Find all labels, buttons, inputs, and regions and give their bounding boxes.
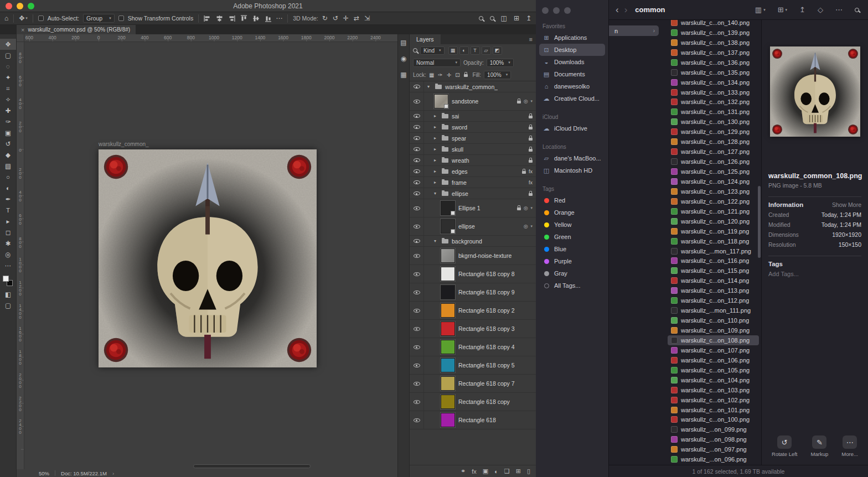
file-row[interactable]: warskullz_c...on_112.png: [668, 295, 759, 305]
layer-group-row[interactable]: ▸spear: [410, 133, 536, 144]
filter-type-layers-icon[interactable]: T: [471, 46, 480, 55]
file-row[interactable]: warskullz_c...on_124.png: [668, 177, 759, 186]
layer-row[interactable]: Ellipse 1◎▾: [410, 199, 536, 217]
layer-visibility-toggle[interactable]: [410, 199, 424, 217]
layer-visibility-toggle[interactable]: [410, 188, 424, 199]
3d-pan-icon[interactable]: ✛: [343, 14, 349, 22]
layer-row[interactable]: Rectangle 618 copy 8: [410, 265, 536, 283]
view-columns-icon[interactable]: ▥▾: [755, 6, 766, 14]
sidebar-item-purple[interactable]: Purple: [539, 255, 605, 267]
file-row[interactable]: warskullz_c...on_139.png: [668, 28, 759, 38]
dodge-tool[interactable]: ◐: [0, 183, 16, 194]
eyedropper-tool[interactable]: ✧: [0, 94, 16, 105]
file-row[interactable]: warskullz_c...on_129.png: [668, 127, 759, 137]
layer-visibility-toggle[interactable]: [410, 411, 424, 429]
align-left-icon[interactable]: [204, 15, 211, 22]
sidebar-item-desktop[interactable]: ⊡Desktop: [539, 44, 605, 56]
layer-row[interactable]: bkgrnd-noise-texture: [410, 247, 536, 265]
blur-tool[interactable]: ○: [0, 172, 16, 183]
layer-row[interactable]: Rectangle 618 copy 5: [410, 356, 536, 375]
layer-visibility-toggle[interactable]: [410, 92, 424, 110]
color-panel-icon[interactable]: ◉: [401, 55, 406, 63]
layer-visibility-toggle[interactable]: [410, 81, 424, 92]
file-row[interactable]: warskullz_c...on_140.png: [668, 20, 759, 28]
sidebar-item-red[interactable]: Red: [539, 194, 605, 206]
show-transform-checkbox[interactable]: [118, 15, 124, 21]
file-row[interactable]: warskullz_c...on_128.png: [668, 137, 759, 147]
sidebar-item-blue[interactable]: Blue: [539, 243, 605, 255]
new-adjustment-layer-icon[interactable]: ◐: [494, 468, 498, 475]
layer-group-row[interactable]: ▾ellipse: [410, 188, 536, 199]
sidebar-item-yellow[interactable]: Yellow: [539, 219, 605, 231]
layer-row[interactable]: Rectangle 618 copy 3: [410, 320, 536, 338]
search-icon[interactable]: [855, 8, 859, 12]
discover-search-icon[interactable]: [479, 16, 483, 20]
more-actions-icon[interactable]: ⋯: [835, 6, 843, 14]
file-row[interactable]: warskullz_c...on_130.png: [668, 117, 759, 127]
sidebar-item-macintosh-hd[interactable]: ◫Macintosh HD: [539, 164, 605, 177]
panel-menu-icon[interactable]: ≡: [529, 36, 533, 43]
rotate-left-button[interactable]: ↺Rotate Left: [772, 435, 797, 457]
more-button[interactable]: ⋯More...: [841, 435, 858, 457]
file-row[interactable]: warskullz_c...on_138.png: [668, 38, 759, 48]
file-row[interactable]: warskullz_c...on_136.png: [668, 58, 759, 68]
add-tags-field[interactable]: Add Tags...: [768, 271, 861, 277]
share-document-icon[interactable]: ↥: [526, 14, 531, 22]
file-row[interactable]: warskullz_...mon_117.png: [668, 246, 759, 256]
quick-mask-icon[interactable]: ◧: [0, 289, 16, 300]
sidebar-item-all-tags[interactable]: All Tags...: [539, 279, 605, 292]
layer-row[interactable]: Rectangle 618 copy 4: [410, 338, 536, 356]
file-row[interactable]: warskullz_...on_096.png: [668, 454, 759, 464]
layer-visibility-toggle[interactable]: [410, 166, 424, 177]
file-row[interactable]: warskullz_c...on_121.png: [668, 206, 759, 216]
type-tool[interactable]: T: [0, 205, 16, 216]
libraries-panel-icon[interactable]: ▤: [400, 39, 406, 46]
zoom-tool[interactable]: ◎: [0, 249, 16, 260]
layer-effects-icon[interactable]: fx: [472, 468, 477, 475]
sidebar-item-orange[interactable]: Orange: [539, 206, 605, 219]
back-button[interactable]: ‹: [616, 4, 619, 15]
file-row[interactable]: warskullz_c...on_132.png: [668, 97, 759, 107]
file-row[interactable]: warskullz_c...on_137.png: [668, 48, 759, 58]
ruler-origin[interactable]: [17, 34, 24, 42]
sidebar-item-green[interactable]: Green: [539, 231, 605, 243]
canvas-area[interactable]: 6004002000200400600800100012001400160018…: [17, 34, 397, 477]
swatches-panel-icon[interactable]: ▦: [400, 71, 406, 79]
3d-slide-icon[interactable]: ⇄: [354, 14, 359, 22]
layer-row[interactable]: ellipse◎▾: [410, 217, 536, 236]
add-layer-mask-icon[interactable]: ▣: [483, 468, 488, 475]
layer-group-row[interactable]: ▾warskullz_common_: [410, 81, 536, 92]
sidebar-item-icloud-drive[interactable]: ☁iCloud Drive: [539, 122, 605, 134]
layer-row[interactable]: Rectangle 618: [410, 411, 536, 429]
home-icon[interactable]: ⌂: [4, 14, 8, 22]
file-row[interactable]: warskullz_c...on_100.png: [668, 415, 759, 425]
forward-button[interactable]: ›: [624, 4, 628, 15]
filter-pixel-layers-icon[interactable]: ▦: [448, 46, 458, 55]
file-row[interactable]: warskullz_c...on_102.png: [668, 395, 759, 405]
file-row[interactable]: warskullz_c...on_120.png: [668, 216, 759, 226]
zoom-search-icon[interactable]: [490, 16, 494, 20]
lock-transparent-pixels-icon[interactable]: ▦: [429, 72, 434, 78]
layer-group-row[interactable]: ▸framefx: [410, 177, 536, 188]
layer-visibility-toggle[interactable]: [410, 155, 424, 165]
sidebar-item-danewesolko[interactable]: ⌂danewesolko: [539, 80, 605, 92]
layer-group-row[interactable]: ▸skull: [410, 144, 536, 155]
layers-panel-tab[interactable]: Layers: [410, 34, 441, 44]
ruler-horizontal[interactable]: 6004002000200400600800100012001400160018…: [24, 34, 397, 42]
file-row[interactable]: warskullz_c...on_107.png: [668, 345, 759, 355]
layer-visibility-toggle[interactable]: [410, 265, 424, 283]
close-window-button[interactable]: [542, 7, 549, 14]
healing-brush-tool[interactable]: ✚: [0, 105, 16, 116]
move-tool-preset-icon[interactable]: ✥▾: [19, 14, 28, 22]
workspace-panels-icon[interactable]: ◫: [501, 14, 507, 22]
file-row[interactable]: warskullz_c...on_113.png: [668, 286, 759, 295]
status-chevron-icon[interactable]: ›: [112, 470, 114, 476]
file-row[interactable]: warskullz_...on_099.png: [668, 424, 759, 434]
file-row[interactable]: warskullz_c...on_114.png: [668, 276, 759, 286]
lasso-tool[interactable]: ◌: [0, 61, 16, 72]
auto-select-checkbox[interactable]: [38, 15, 44, 21]
layer-visibility-toggle[interactable]: [410, 393, 424, 411]
file-row[interactable]: warskullz_c...on_133.png: [668, 87, 759, 97]
file-list-scrollbar[interactable]: [758, 186, 761, 258]
layer-row[interactable]: Rectangle 618 copy 7: [410, 375, 536, 393]
